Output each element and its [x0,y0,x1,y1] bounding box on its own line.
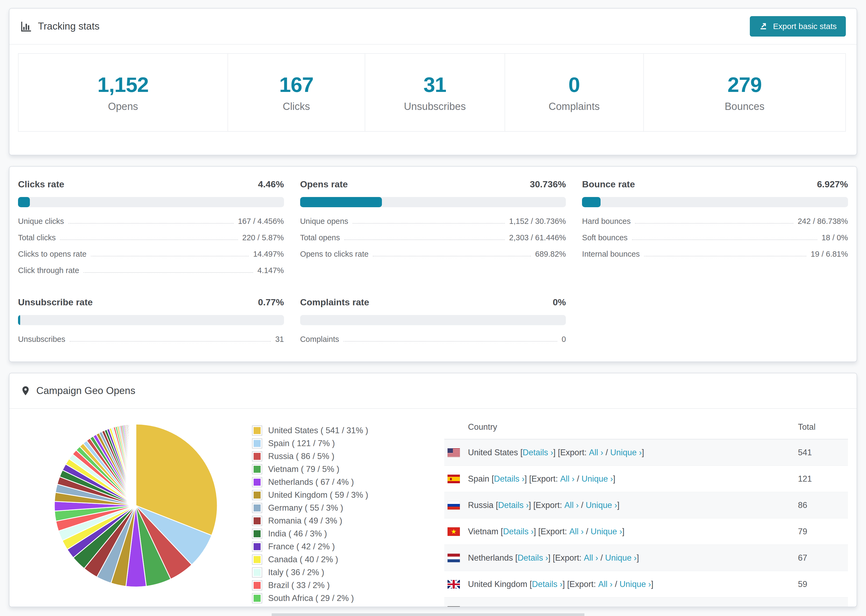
country-cell: United Kingdom [Details ›] [Export: All … [468,580,798,589]
opens-to-clicks-line: Opens to clicks rate689.82% [300,250,566,259]
geo-table-row: Netherlands [Details ›] [Export: All › /… [444,545,848,571]
export-button-label: Export basic stats [773,22,837,31]
complaints-rate-value: 0% [553,297,566,308]
legend-item: Vietnam ( 79 / 5% ) [252,464,444,475]
card-title-text: Tracking stats [38,21,99,32]
legend-item: Germany ( 55 / 3% ) [252,503,444,513]
details-link[interactable]: Details › [494,474,525,484]
unsubscribes-count: 31 [423,72,446,97]
export-all-link[interactable]: All › [560,474,575,484]
geo-opens-header: Campaign Geo Opens [9,373,857,409]
legend-item: Netherlands ( 67 / 4% ) [252,477,444,487]
export-all-link[interactable]: All › [564,500,578,510]
total-cell: 55 [798,606,848,607]
stat-box-clicks: 167 Clicks [228,53,365,132]
export-unique-link[interactable]: Unique › [594,606,626,607]
geo-pie-chart[interactable] [18,415,252,607]
tracking-stats-title: Tracking stats [20,20,99,33]
stat-box-opens: 1,152 Opens [18,53,228,132]
unsubscribe-rate-title: Unsubscribe rate [18,297,93,308]
geo-opens-title: Campaign Geo Opens [20,385,135,397]
de-flag-icon [447,606,460,607]
export-all-link[interactable]: All › [569,527,584,536]
unsubscribes-label: Unsubscribes [404,101,466,112]
details-link[interactable]: Details › [518,553,548,563]
hard-bounces-line: Hard bounces242 / 86.738% [582,217,848,226]
unique-opens-line: Unique opens1,152 / 30.736% [300,217,566,226]
geo-opens-body: United States ( 541 / 31% ) Spain ( 121 … [9,409,857,607]
export-unique-link[interactable]: Unique › [610,448,642,457]
dashboard-page: Tracking stats Export basic stats 1,152 … [0,0,866,607]
export-icon [759,21,768,32]
total-cell: 121 [798,474,848,484]
country-cell: Russia [Details ›] [Export: All › / Uniq… [468,500,798,510]
total-cell: 86 [798,500,848,510]
page-bottom-strip [272,613,584,616]
country-cell: Germany [Details ›] [Export: All › / Uni… [468,606,798,607]
opens-label: Opens [108,101,138,112]
bounce-rate-title: Bounce rate [582,179,635,190]
total-cell: 67 [798,553,848,563]
details-link[interactable]: Details › [532,580,563,589]
complaints-count: 0 [568,72,580,97]
export-all-link[interactable]: All › [584,553,598,563]
geo-table-row: United Kingdom [Details ›] [Export: All … [444,571,848,597]
clicks-to-opens-line: Clicks to opens rate14.497% [18,250,284,259]
opens-rate-block: Opens rate 30.736% Unique opens1,152 / 3… [300,179,566,275]
country-cell: Spain [Details ›] [Export: All › / Uniqu… [468,474,798,484]
bounce-rate-value: 6.927% [817,179,848,190]
rates-grid: Clicks rate 4.46% Unique clicks167 / 4.4… [9,167,857,361]
clicks-label: Clicks [283,101,310,112]
complaints-rate-progressbar [300,315,566,325]
card-title-text: Campaign Geo Opens [36,385,135,396]
export-unique-link[interactable]: Unique › [590,527,622,536]
click-through-line: Click through rate4.147% [18,266,284,275]
export-unique-link[interactable]: Unique › [586,500,617,510]
vn-flag-icon [447,527,460,536]
rates-grid-spacer [582,297,848,344]
bounces-label: Bounces [725,101,765,112]
geo-opens-card: Campaign Geo Opens United States ( 541 /… [9,373,857,607]
country-cell: United States [Details ›] [Export: All ›… [468,448,798,457]
geo-opens-table: Country Total United States [Details ›] … [444,415,848,607]
details-link[interactable]: Details › [503,527,534,536]
geo-table-row: Russia [Details ›] [Export: All › / Uniq… [444,492,848,519]
complaints-rate-block: Complaints rate 0% Complaints0 [300,297,566,344]
geo-table-row: United States [Details ›] [Export: All ›… [444,439,848,466]
details-link[interactable]: Details › [498,500,529,510]
opens-rate-progressbar [300,197,566,207]
clicks-rate-value: 4.46% [258,179,284,190]
details-link[interactable]: Details › [507,606,538,607]
export-basic-stats-button[interactable]: Export basic stats [750,16,846,36]
bar-chart-icon [20,20,33,33]
tracking-stats-header: Tracking stats Export basic stats [9,9,857,45]
export-all-link[interactable]: All › [598,580,612,589]
clicks-rate-title: Clicks rate [18,179,64,190]
bounce-rate-progressbar [582,197,848,207]
unsubscribe-rate-value: 0.77% [258,297,284,308]
country-cell: Netherlands [Details ›] [Export: All › /… [468,553,798,563]
legend-item: Canada ( 40 / 2% ) [252,555,444,565]
total-clicks-line: Total clicks220 / 5.87% [18,233,284,242]
export-unique-link[interactable]: Unique › [605,553,636,563]
export-all-link[interactable]: All › [573,606,587,607]
legend-item: Spain ( 121 / 7% ) [252,438,444,449]
details-link[interactable]: Details › [523,448,553,457]
tracking-stats-card: Tracking stats Export basic stats 1,152 … [9,8,857,156]
geo-table-row: Vietnam [Details ›] [Export: All › / Uni… [444,519,848,545]
legend-item: India ( 46 / 3% ) [252,529,444,539]
bounces-count: 279 [727,72,762,97]
export-unique-link[interactable]: Unique › [581,474,613,484]
total-cell: 79 [798,527,848,536]
total-cell: 59 [798,580,848,589]
total-column-header: Total [798,422,848,432]
legend-item: United States ( 541 / 31% ) [252,426,444,436]
export-all-link[interactable]: All › [589,448,603,457]
clicks-rate-block: Clicks rate 4.46% Unique clicks167 / 4.4… [18,179,284,275]
us-flag-icon [447,448,460,457]
summary-stats-row: 1,152 Opens 167 Clicks 31 Unsubscribes 0… [9,45,857,155]
legend-item: Russia ( 86 / 5% ) [252,451,444,462]
legend-item: France ( 42 / 2% ) [252,542,444,552]
bounce-rate-block: Bounce rate 6.927% Hard bounces242 / 86.… [582,179,848,275]
export-unique-link[interactable]: Unique › [619,580,651,589]
